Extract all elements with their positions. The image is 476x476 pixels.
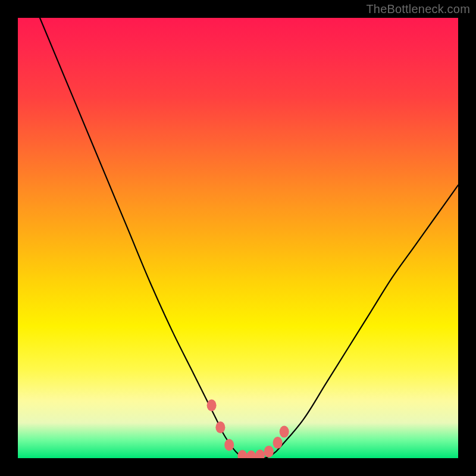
marked-point [207,399,217,411]
marked-point [255,450,265,458]
marked-point [237,450,247,458]
chart-frame: TheBottleneck.com [0,0,476,476]
marked-point [273,437,283,449]
plot-area [18,18,458,458]
marked-points-group [207,399,289,458]
marked-point [280,426,289,438]
marked-point [215,421,225,433]
marked-point [246,450,256,458]
marked-point [264,446,274,458]
marked-point [224,439,234,451]
points-layer [18,18,458,458]
watermark-text: TheBottleneck.com [366,2,470,16]
